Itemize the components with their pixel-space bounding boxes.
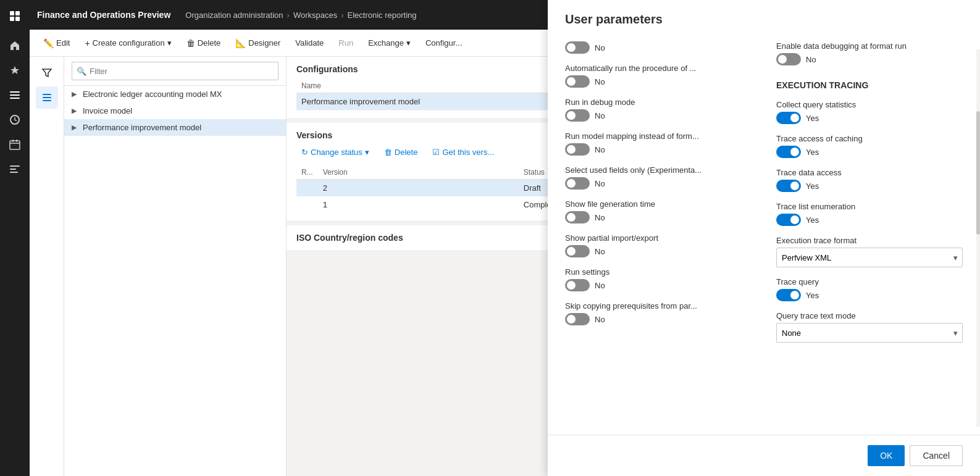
- get-this-version-button[interactable]: ☑ Get this vers...: [427, 145, 499, 159]
- tree-item-label-2: Invoice model: [83, 106, 132, 115]
- designer-button[interactable]: 📐 Designer: [229, 35, 287, 52]
- exec-trace-format-label: Execution trace format: [776, 236, 963, 245]
- tree-item-label-1: Electronic ledger accounting model MX: [83, 90, 222, 99]
- toggle-text-7: No: [595, 247, 605, 256]
- change-status-button[interactable]: ↻ Change status ▾: [296, 145, 374, 159]
- breadcrumb-item-1[interactable]: Organization administration: [185, 10, 283, 20]
- edit-icon: ✏️: [43, 38, 54, 48]
- toggle-3[interactable]: [565, 109, 590, 122]
- trace-data-access-toggle[interactable]: [776, 180, 801, 192]
- toggle-label-5: Select used fields only (Experimenta...: [565, 165, 752, 175]
- filter-search-icon: 🔍: [77, 67, 86, 76]
- toggle-label-7: Show partial import/export: [565, 233, 752, 243]
- toggle-8[interactable]: [565, 279, 590, 291]
- favorites-icon[interactable]: [4, 59, 26, 81]
- refresh-icon: ↻: [301, 148, 308, 157]
- enable-debug-group: No: [776, 53, 963, 65]
- ok-button[interactable]: OK: [868, 445, 905, 466]
- toggle-row-3: Run in debug mode No: [565, 98, 752, 122]
- create-config-button[interactable]: + Create configuration ▾: [78, 35, 177, 52]
- breadcrumb-item-2[interactable]: Workspaces: [293, 10, 337, 20]
- toggle-4[interactable]: [565, 143, 590, 156]
- edit-button[interactable]: ✏️ Edit: [37, 35, 76, 52]
- tree-item-2[interactable]: ▶ Invoice model: [64, 102, 286, 119]
- ver-r-1: [296, 180, 318, 197]
- run-button[interactable]: Run: [332, 35, 359, 51]
- trace-access-caching-row: Trace access of caching Yes: [776, 134, 963, 158]
- home-icon[interactable]: [4, 35, 26, 57]
- calendar-icon[interactable]: [4, 133, 26, 156]
- toggle-slider-1: [565, 41, 590, 54]
- enable-debug-row: Enable data debugging at format run No: [776, 41, 963, 65]
- trace-data-access-slider: [776, 180, 801, 192]
- svg-rect-4: [10, 91, 20, 93]
- toggle-slider-9: [565, 313, 590, 325]
- trash-icon: 🗑: [384, 148, 392, 157]
- toggle-row-2: Automatically run the procedure of ... N…: [565, 64, 752, 88]
- sidebar-list-icon[interactable]: [36, 86, 58, 109]
- modules-icon[interactable]: [4, 84, 26, 106]
- svg-rect-3: [15, 17, 20, 21]
- query-trace-text-mode-select[interactable]: None Short Full: [776, 323, 963, 343]
- toggle-row-6: Show file generation time No: [565, 199, 752, 223]
- user-parameters-content: No Automatically run the procedure of ..…: [548, 27, 980, 435]
- toggle-1[interactable]: [565, 41, 590, 54]
- toggle-5[interactable]: [565, 177, 590, 190]
- breadcrumb-item-3[interactable]: Electronic reporting: [348, 10, 417, 20]
- svg-rect-0: [10, 11, 14, 15]
- user-parameters-title: User parameters: [548, 0, 980, 27]
- trace-list-enum-label: Trace list enumeration: [776, 202, 963, 211]
- validate-button[interactable]: Validate: [289, 35, 330, 51]
- tree-item-1[interactable]: ▶ Electronic ledger accounting model MX: [64, 86, 286, 102]
- exec-trace-format-field: Execution trace format Perfview XML XML …: [776, 236, 963, 267]
- toggle-label-9: Skip copying prerequisites from par...: [565, 301, 752, 311]
- collect-query-stats-toggle[interactable]: [776, 112, 801, 124]
- tree-item-3[interactable]: ▶ Performance improvement model: [64, 119, 286, 136]
- recent-icon[interactable]: [4, 109, 26, 131]
- svg-rect-12: [10, 169, 16, 170]
- versions-delete-button[interactable]: 🗑 Delete: [379, 145, 423, 159]
- ver-version-1: 2: [318, 180, 519, 197]
- svg-rect-1: [15, 11, 20, 15]
- trace-query-toggle[interactable]: [776, 289, 801, 301]
- collect-query-stats-slider: [776, 112, 801, 124]
- trace-data-access-text: Yes: [806, 182, 819, 191]
- toggle-text-8: No: [595, 281, 605, 290]
- trace-list-enum-toggle[interactable]: [776, 214, 801, 226]
- exchange-button[interactable]: Exchange ▾: [362, 35, 417, 51]
- trace-access-caching-toggle[interactable]: [776, 146, 801, 158]
- exchange-chevron: ▾: [406, 38, 411, 48]
- scrollbar-thumb[interactable]: [976, 111, 980, 235]
- enable-debug-slider: [776, 53, 801, 65]
- toggle-6[interactable]: [565, 211, 590, 223]
- execution-tracing-heading: EXECUTION TRACING: [776, 80, 963, 90]
- toggle-slider-4: [565, 143, 590, 156]
- enable-debug-toggle[interactable]: [776, 53, 801, 65]
- sidebar-filter-icon[interactable]: [36, 62, 58, 84]
- toggle-slider-3: [565, 109, 590, 122]
- delete-button[interactable]: 🗑 Delete: [180, 35, 227, 52]
- apps-icon[interactable]: [4, 5, 26, 27]
- list-icon[interactable]: [4, 158, 26, 180]
- toggle-9[interactable]: [565, 313, 590, 325]
- create-config-chevron: ▾: [167, 38, 172, 48]
- svg-rect-6: [10, 98, 20, 99]
- toggle-row-5: Select used fields only (Experimenta... …: [565, 165, 752, 190]
- tree-item-label-3: Performance improvement model: [83, 123, 201, 132]
- toggle-label-2: Automatically run the procedure of ...: [565, 64, 752, 73]
- exec-trace-format-select[interactable]: Perfview XML XML JSON: [776, 248, 963, 267]
- toggle-group-6: No: [565, 211, 752, 223]
- toggle-text-5: No: [595, 179, 605, 188]
- configure-button[interactable]: Configur...: [419, 35, 468, 51]
- filter-input[interactable]: [72, 62, 279, 80]
- svg-rect-2: [10, 17, 14, 21]
- toggle-7[interactable]: [565, 245, 590, 257]
- designer-icon: 📐: [235, 38, 246, 48]
- collect-query-stats-label: Collect query statistics: [776, 100, 963, 109]
- breadcrumb-sep-1: ›: [287, 10, 290, 20]
- toggle-row-7: Show partial import/export No: [565, 233, 752, 257]
- toggle-2[interactable]: [565, 75, 590, 88]
- cancel-button[interactable]: Cancel: [910, 445, 963, 466]
- chevron-icon-3: ▶: [72, 123, 79, 132]
- chevron-icon-2: ▶: [72, 107, 79, 115]
